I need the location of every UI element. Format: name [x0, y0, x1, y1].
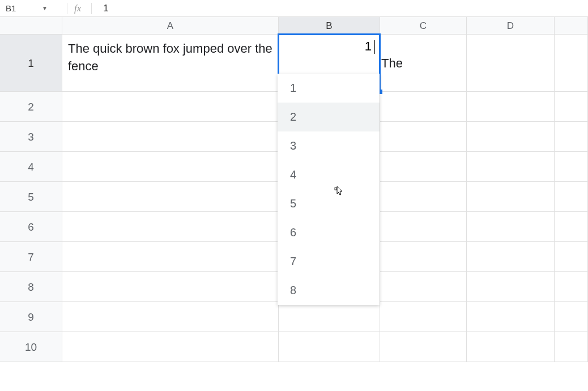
- cell-c3[interactable]: [380, 122, 467, 151]
- cell-a1[interactable]: The quick brown fox jumped over the fenc…: [62, 35, 279, 91]
- cell-a4[interactable]: [62, 152, 279, 181]
- cell-d7[interactable]: [467, 242, 555, 271]
- suggestion-item[interactable]: 8: [278, 276, 380, 305]
- cell-e7[interactable]: [555, 242, 588, 271]
- spreadsheet: A B C D 1 The quick brown fox jumped ove…: [0, 17, 588, 362]
- row-header-2[interactable]: 2: [0, 92, 62, 121]
- formula-bar: B1 ▼ fx 1: [0, 0, 588, 17]
- name-box-dropdown-icon[interactable]: ▼: [42, 5, 52, 11]
- cell-e8[interactable]: [555, 272, 588, 301]
- cell-d6[interactable]: [467, 212, 555, 241]
- row-header-8[interactable]: 8: [0, 272, 62, 301]
- cell-b1-value: 1: [365, 39, 372, 54]
- cell-c6[interactable]: [380, 212, 467, 241]
- cell-d9[interactable]: [467, 302, 555, 332]
- row-header-4[interactable]: 4: [0, 152, 62, 181]
- cell-c2[interactable]: [380, 92, 467, 121]
- suggestion-item[interactable]: 3: [278, 131, 380, 160]
- cell-a8[interactable]: [62, 272, 279, 301]
- cell-d2[interactable]: [467, 92, 555, 121]
- row-header-9[interactable]: 9: [0, 302, 62, 332]
- cell-c7[interactable]: [380, 242, 467, 271]
- divider: [67, 3, 67, 14]
- cell-a9[interactable]: [62, 302, 279, 332]
- cell-a10[interactable]: [62, 332, 279, 362]
- cell-c1-overflow-text: The: [381, 56, 403, 71]
- autocomplete-dropdown: 1 2 3 4 5 6 7 8: [278, 74, 380, 305]
- cell-e2[interactable]: [555, 92, 588, 121]
- column-header-a[interactable]: A: [62, 17, 279, 34]
- row-header-7[interactable]: 7: [0, 242, 62, 271]
- cell-a7[interactable]: [62, 242, 279, 271]
- suggestion-item[interactable]: 1: [278, 74, 380, 103]
- row-header-5[interactable]: 5: [0, 182, 62, 211]
- cell-d10[interactable]: [467, 332, 555, 362]
- cell-b9[interactable]: [279, 302, 380, 332]
- row-header-10[interactable]: 10: [0, 332, 62, 362]
- row-header-1[interactable]: 1: [0, 35, 62, 91]
- column-header-c[interactable]: C: [380, 17, 467, 34]
- suggestion-item[interactable]: 7: [278, 247, 380, 276]
- suggestion-item[interactable]: 5: [278, 189, 380, 218]
- cell-a5[interactable]: [62, 182, 279, 211]
- cell-e10[interactable]: [555, 332, 588, 362]
- suggestion-item[interactable]: 4: [278, 160, 380, 189]
- suggestion-item[interactable]: 2: [278, 103, 380, 131]
- cell-c8[interactable]: [380, 272, 467, 301]
- row-9: 9: [0, 302, 588, 332]
- divider: [91, 3, 92, 14]
- cell-c10[interactable]: [380, 332, 467, 362]
- suggestion-item[interactable]: 6: [278, 218, 380, 247]
- row-header-3[interactable]: 3: [0, 122, 62, 151]
- text-cursor: [374, 40, 375, 54]
- cell-b10[interactable]: [279, 332, 380, 362]
- cell-a2[interactable]: [62, 92, 279, 121]
- column-headers: A B C D: [0, 17, 588, 35]
- cell-c9[interactable]: [380, 302, 467, 332]
- row-header-6[interactable]: 6: [0, 212, 62, 241]
- cell-a6[interactable]: [62, 212, 279, 241]
- cell-d4[interactable]: [467, 152, 555, 181]
- cell-e3[interactable]: [555, 122, 588, 151]
- cell-d3[interactable]: [467, 122, 555, 151]
- cell-c4[interactable]: [380, 152, 467, 181]
- cell-e9[interactable]: [555, 302, 588, 332]
- cell-d8[interactable]: [467, 272, 555, 301]
- column-header-e[interactable]: [555, 17, 588, 34]
- fx-icon: fx: [74, 3, 81, 14]
- cell-a3[interactable]: [62, 122, 279, 151]
- row-10: 10: [0, 332, 588, 362]
- name-box-value: B1: [6, 3, 16, 13]
- formula-input[interactable]: 1: [103, 3, 588, 14]
- cell-e4[interactable]: [555, 152, 588, 181]
- cell-e1[interactable]: [555, 35, 588, 91]
- cell-d1[interactable]: [467, 35, 555, 91]
- column-header-b[interactable]: B: [279, 17, 380, 34]
- cell-e6[interactable]: [555, 212, 588, 241]
- name-box[interactable]: B1 ▼: [0, 3, 62, 13]
- cell-d5[interactable]: [467, 182, 555, 211]
- cell-e5[interactable]: [555, 182, 588, 211]
- cell-c5[interactable]: [380, 182, 467, 211]
- column-header-d[interactable]: D: [467, 17, 555, 34]
- select-all-corner[interactable]: [0, 17, 62, 34]
